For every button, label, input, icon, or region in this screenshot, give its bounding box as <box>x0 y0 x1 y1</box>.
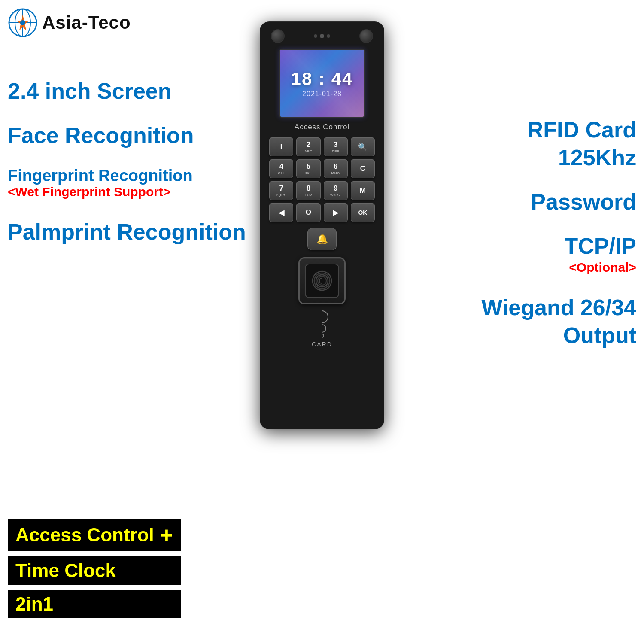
sensor-dot-camera <box>320 34 324 38</box>
key-7-main: 7 <box>279 184 283 193</box>
sensor-dot-2 <box>327 34 330 38</box>
key-left[interactable]: ◀ <box>269 203 293 222</box>
left-arrow-icon: ◀ <box>279 208 284 217</box>
palmprint-recognition-label: Palmprint Recognition <box>8 218 246 246</box>
time-clock-box-text: Time Clock <box>15 560 116 581</box>
key-5-main: 5 <box>307 162 310 171</box>
card-waves <box>316 310 328 338</box>
key-9-main: 9 <box>334 184 337 193</box>
device-screen: 18 : 44 2021-01-28 <box>279 49 365 118</box>
twoin1-box-text: 2in1 <box>15 593 53 615</box>
plus-icon: + <box>160 522 173 548</box>
search-icon: 🔍 <box>358 143 367 152</box>
screen-date: 2021-01-28 <box>302 90 342 98</box>
key-3-sub: DEF <box>332 149 340 153</box>
fingerprint-sensor <box>305 264 339 298</box>
wave-arc-medium <box>316 322 328 334</box>
bell-button[interactable]: 🔔 <box>307 228 337 250</box>
key-8-sub: TUV <box>305 193 313 197</box>
time-clock-box: Time Clock <box>8 556 181 585</box>
key-c[interactable]: C <box>351 159 375 178</box>
key-m[interactable]: M <box>351 181 375 200</box>
wave-arc-large <box>313 308 331 326</box>
key-1-main: I <box>280 143 283 151</box>
fingerprint-recognition-label: Fingerprint Recognition <box>8 166 246 186</box>
key-ok[interactable]: OK <box>351 203 375 222</box>
screen-time: 18 : 44 <box>291 69 353 89</box>
device-wrapper: 18 : 44 2021-01-28 Access Control I 2 AB… <box>253 21 391 429</box>
wet-fingerprint-label: <Wet Fingerprint Support> <box>8 185 246 199</box>
key-1[interactable]: I <box>269 137 293 156</box>
fingerprint-area[interactable] <box>298 257 346 304</box>
key-ok-main: OK <box>358 209 367 216</box>
card-area: CARD <box>312 310 332 348</box>
svg-point-6 <box>20 20 25 25</box>
key-6-main: 6 <box>334 162 337 171</box>
key-7[interactable]: 7 PQRS <box>269 181 293 200</box>
fingerprint-svg <box>309 268 335 294</box>
twoin1-box: 2in1 <box>8 590 181 618</box>
key-m-main: M <box>360 186 366 195</box>
right-arrow-icon: ▶ <box>333 208 338 217</box>
logo-icon <box>8 8 38 38</box>
wiegand-label: Wiegand 26/34 <box>481 294 636 322</box>
access-control-box: Access Control + <box>8 519 181 551</box>
key-4[interactable]: 4 GHI <box>269 159 293 178</box>
key-2[interactable]: 2 ABC <box>296 137 320 156</box>
key-6-sub: MNO <box>331 171 340 175</box>
key-5[interactable]: 5 JKL <box>296 159 320 178</box>
keypad: I 2 ABC 3 DEF 🔍 4 GHI 5 JKL <box>269 137 375 222</box>
left-sensor <box>271 29 285 43</box>
device-access-label: Access Control <box>295 123 349 131</box>
wave-arc-small <box>319 333 325 339</box>
face-recognition-label: Face Recognition <box>8 122 246 149</box>
key-0[interactable]: O <box>296 203 320 222</box>
optional-label: <Optional> <box>569 260 636 275</box>
key-8[interactable]: 8 TUV <box>296 181 320 200</box>
key-right[interactable]: ▶ <box>324 203 348 222</box>
sensor-dots <box>314 34 330 38</box>
label-boxes: Access Control + Time Clock 2in1 <box>8 519 181 618</box>
device: 18 : 44 2021-01-28 Access Control I 2 AB… <box>260 21 384 429</box>
logo-area: Asia-Teco <box>8 8 131 38</box>
key-9-sub: WXYZ <box>330 193 341 197</box>
key-5-sub: JKL <box>305 171 312 175</box>
key-6[interactable]: 6 MNO <box>324 159 348 178</box>
left-features: 2.4 inch Screen Face Recognition Fingerp… <box>8 52 246 246</box>
key-2-sub: ABC <box>304 149 313 153</box>
key-7-sub: PQRS <box>276 193 287 197</box>
key-0-main: O <box>306 208 311 217</box>
sensor-dot-1 <box>314 34 317 38</box>
rfid-label: RFID Card <box>527 116 636 144</box>
screen-size-label: 2.4 inch Screen <box>8 77 246 105</box>
key-3-main: 3 <box>334 140 337 149</box>
access-control-box-text: Access Control <box>15 524 154 546</box>
freq-label: 125Khz <box>558 144 636 172</box>
key-2-main: 2 <box>307 140 310 149</box>
logo-text: Asia-Teco <box>42 12 131 33</box>
key-3[interactable]: 3 DEF <box>324 137 348 156</box>
right-features: RFID Card 125Khz Password TCP/IP <Option… <box>481 86 636 349</box>
password-label: Password <box>531 188 636 216</box>
key-4-main: 4 <box>279 162 283 171</box>
key-search[interactable]: 🔍 <box>351 137 375 156</box>
bell-icon: 🔔 <box>316 234 328 245</box>
key-c-main: C <box>360 164 365 173</box>
right-sensor <box>359 29 373 43</box>
key-9[interactable]: 9 WXYZ <box>324 181 348 200</box>
key-4-sub: GHI <box>278 171 285 175</box>
top-sensors <box>269 29 375 43</box>
key-8-main: 8 <box>307 184 310 193</box>
card-label: CARD <box>312 341 332 348</box>
output-label: Output <box>563 322 636 349</box>
tcp-label: TCP/IP <box>564 232 636 260</box>
